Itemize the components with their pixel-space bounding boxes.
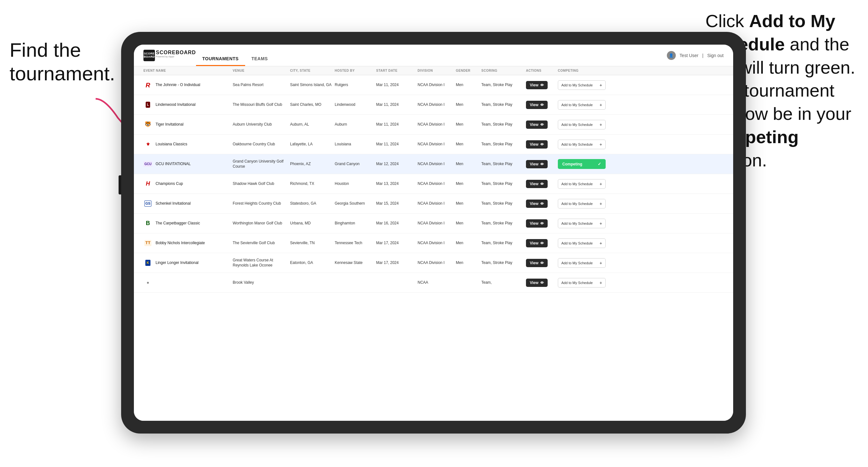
event-name-cell: L Lindenwood Invitational (144, 100, 233, 110)
view-button[interactable]: View 👁 (526, 219, 548, 227)
check-icon: ✓ (598, 162, 601, 166)
event-name-cell: H Champions Cup (144, 180, 233, 188)
event-name-cell: ● (144, 278, 233, 287)
competing-cell: Competing✓ (558, 159, 609, 169)
col-venue: VENUE (233, 69, 290, 72)
add-schedule-label: Add to My Schedule (561, 261, 593, 265)
app-header: SCOREBOARD SCOREBOARD Powered by clippd … (134, 44, 733, 66)
table-row: H Champions Cup Shadow Hawk Golf Club Ri… (134, 174, 733, 194)
sign-out-link[interactable]: Sign out (707, 53, 723, 58)
table-row: GCU GCU INVITATIONAL Grand Canyon Univer… (134, 154, 733, 174)
team-logo: TT (144, 239, 152, 248)
scoring-cell: Team, Stroke Play (481, 102, 526, 107)
division-cell: NCAA Division I (417, 181, 456, 186)
col-event: EVENT NAME (144, 69, 233, 72)
add-schedule-button[interactable]: Add to My Schedule+ (558, 219, 606, 228)
table-row: ● Brook Valley NCAA Team, View 👁 Add to … (134, 273, 733, 292)
team-logo: H (144, 180, 152, 188)
gender-cell: Men (456, 142, 481, 147)
competing-cell: Add to My Schedule+ (558, 278, 609, 287)
add-schedule-button[interactable]: Add to My Schedule+ (558, 80, 606, 90)
date-cell: Mar 13, 2024 (376, 181, 417, 186)
view-button[interactable]: View 👁 (526, 160, 548, 168)
view-button[interactable]: View 👁 (526, 239, 548, 247)
team-logo: ● (144, 278, 152, 287)
user-name: Test User (680, 53, 699, 58)
competing-cell: Add to My Schedule+ (558, 258, 609, 268)
add-schedule-button[interactable]: Add to My Schedule+ (558, 258, 606, 268)
view-label: View (530, 281, 538, 285)
add-schedule-button[interactable]: Add to My Schedule+ (558, 120, 606, 129)
eye-icon: 👁 (540, 123, 544, 127)
event-name: Lindenwood Invitational (156, 102, 195, 107)
view-button[interactable]: View 👁 (526, 81, 548, 89)
add-schedule-label: Add to My Schedule (561, 123, 593, 127)
competing-cell: Add to My Schedule+ (558, 199, 609, 209)
add-schedule-button[interactable]: Add to My Schedule+ (558, 239, 606, 248)
add-schedule-button[interactable]: Add to My Schedule+ (558, 179, 606, 189)
add-schedule-button[interactable]: Add to My Schedule+ (558, 278, 606, 287)
venue-cell: The Sevierville Golf Club (233, 241, 290, 246)
eye-icon: 👁 (540, 182, 544, 186)
venue-cell: Brook Valley (233, 280, 290, 285)
venue-cell: Sea Palms Resort (233, 83, 290, 88)
nav-tab-tournaments[interactable]: TOURNAMENTS (196, 56, 245, 66)
city-cell: Lafayette, LA (290, 142, 335, 147)
actions-cell: View 👁 (526, 160, 558, 168)
table-row: L Lindenwood Invitational The Missouri B… (134, 95, 733, 115)
nav-tabs: TOURNAMENTS TEAMS (196, 44, 275, 66)
scoreboard-logo: SCOREBOARD SCOREBOARD Powered by clippd (144, 50, 196, 61)
view-button[interactable]: View 👁 (526, 199, 548, 208)
gender-cell: Men (456, 162, 481, 167)
view-label: View (530, 221, 538, 226)
view-button[interactable]: View 👁 (526, 140, 548, 149)
competing-button[interactable]: Competing✓ (558, 159, 606, 169)
col-city: CITY, STATE (290, 69, 335, 72)
table-row: 🐯 Tiger Invitational Auburn University C… (134, 115, 733, 134)
gender-cell: Men (456, 181, 481, 186)
team-logo: K (144, 258, 152, 268)
view-button[interactable]: View 👁 (526, 279, 548, 287)
table-row: TT Bobby Nichols Intercollegiate The Sev… (134, 234, 733, 253)
scoring-cell: Team, Stroke Play (481, 83, 526, 88)
team-logo: ⚜ (144, 140, 152, 149)
competing-cell: Add to My Schedule+ (558, 80, 609, 90)
date-cell: Mar 17, 2024 (376, 260, 417, 266)
city-cell: Sevierville, TN (290, 241, 335, 246)
competing-cell: Add to My Schedule+ (558, 239, 609, 248)
gender-cell: Men (456, 241, 481, 246)
team-logo: R (144, 81, 152, 90)
annotation-left: Find the tournament. (9, 38, 99, 86)
view-button[interactable]: View 👁 (526, 259, 548, 267)
add-schedule-button[interactable]: Add to My Schedule+ (558, 100, 606, 110)
table-row: ⚜ Louisiana Classics Oakbourne Country C… (134, 134, 733, 154)
event-name-cell: ⚜ Louisiana Classics (144, 140, 233, 149)
city-cell: Saint Simons Island, GA (290, 83, 335, 88)
view-button[interactable]: View 👁 (526, 101, 548, 109)
division-cell: NCAA (417, 280, 456, 285)
venue-cell: Worthington Manor Golf Club (233, 221, 290, 226)
gender-cell: Men (456, 122, 481, 127)
city-cell: Urbana, MD (290, 221, 335, 226)
hosted-cell: Tennessee Tech (335, 241, 376, 246)
view-button[interactable]: View 👁 (526, 180, 548, 188)
add-schedule-button[interactable]: Add to My Schedule+ (558, 139, 606, 149)
city-cell: Richmond, TX (290, 181, 335, 186)
add-schedule-button[interactable]: Add to My Schedule+ (558, 199, 606, 209)
venue-cell: Auburn University Club (233, 122, 290, 127)
nav-tab-teams[interactable]: TEAMS (245, 56, 275, 66)
division-cell: NCAA Division I (417, 162, 456, 167)
competing-cell: Add to My Schedule+ (558, 139, 609, 149)
view-label: View (530, 241, 538, 245)
scoring-cell: Team, Stroke Play (481, 181, 526, 186)
competing-cell: Add to My Schedule+ (558, 219, 609, 228)
event-name: Tiger Invitational (156, 122, 184, 127)
gender-cell: Men (456, 221, 481, 226)
col-division: DIVISION (417, 69, 456, 72)
eye-icon: 👁 (540, 83, 544, 87)
gender-cell: Men (456, 83, 481, 88)
add-schedule-label: Add to My Schedule (561, 202, 593, 206)
event-name-cell: K Linger Longer Invitational (144, 258, 233, 268)
actions-cell: View 👁 (526, 140, 558, 149)
view-button[interactable]: View 👁 (526, 121, 548, 129)
